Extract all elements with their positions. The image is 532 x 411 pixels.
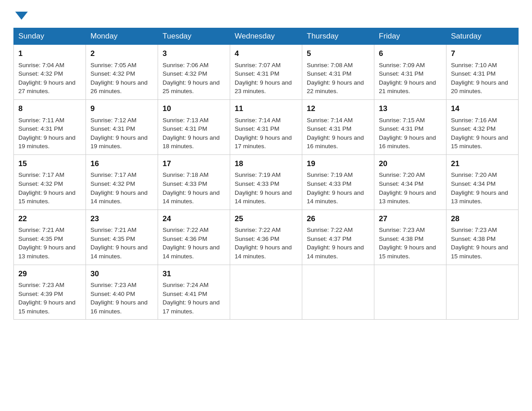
day-sunset: Sunset: 4:33 PM [307, 180, 352, 187]
day-daylight: Daylight: 9 hours and 17 minutes. [235, 134, 292, 150]
page-header [13, 9, 519, 19]
day-number: 23 [90, 214, 153, 225]
day-sunrise: Sunrise: 7:22 AM [163, 227, 209, 233]
day-number: 2 [90, 48, 153, 60]
day-sunrise: Sunrise: 7:08 AM [307, 62, 353, 68]
day-number: 4 [235, 48, 297, 60]
day-cell [446, 265, 519, 320]
day-number: 17 [163, 158, 225, 170]
day-sunrise: Sunrise: 7:06 AM [163, 62, 209, 68]
day-cell: 9Sunrise: 7:12 AMSunset: 4:31 PMDaylight… [86, 99, 158, 154]
day-sunset: Sunset: 4:41 PM [163, 291, 207, 297]
day-daylight: Daylight: 9 hours and 27 minutes. [18, 79, 76, 95]
day-sunrise: Sunrise: 7:24 AM [163, 282, 209, 288]
day-sunset: Sunset: 4:33 PM [235, 180, 279, 187]
day-daylight: Daylight: 9 hours and 13 minutes. [379, 189, 436, 205]
day-sunset: Sunset: 4:35 PM [18, 235, 63, 242]
day-sunset: Sunset: 4:36 PM [163, 235, 207, 242]
day-sunset: Sunset: 4:31 PM [379, 70, 424, 77]
day-daylight: Daylight: 9 hours and 13 minutes. [451, 189, 508, 205]
day-sunset: Sunset: 4:32 PM [18, 70, 63, 77]
day-sunrise: Sunrise: 7:19 AM [307, 171, 353, 178]
day-sunrise: Sunrise: 7:05 AM [90, 62, 137, 68]
day-number: 18 [235, 158, 297, 170]
day-sunrise: Sunrise: 7:21 AM [90, 227, 137, 233]
weekday-header-sunday: Sunday [14, 28, 86, 45]
weekday-header-monday: Monday [86, 28, 158, 45]
day-sunset: Sunset: 4:32 PM [163, 70, 207, 77]
calendar-table: SundayMondayTuesdayWednesdayThursdayFrid… [13, 28, 519, 320]
day-daylight: Daylight: 9 hours and 15 minutes. [18, 189, 76, 205]
day-sunset: Sunset: 4:32 PM [90, 70, 135, 77]
day-number: 13 [379, 103, 442, 115]
day-sunrise: Sunrise: 7:20 AM [451, 171, 497, 178]
day-daylight: Daylight: 9 hours and 21 minutes. [379, 79, 436, 95]
day-number: 28 [451, 214, 514, 225]
day-daylight: Daylight: 9 hours and 18 minutes. [163, 134, 220, 150]
day-sunrise: Sunrise: 7:09 AM [379, 62, 425, 68]
day-number: 25 [235, 214, 297, 225]
day-daylight: Daylight: 9 hours and 23 minutes. [235, 79, 292, 95]
day-sunrise: Sunrise: 7:16 AM [451, 117, 497, 124]
day-cell: 7Sunrise: 7:10 AMSunset: 4:31 PMDaylight… [446, 45, 519, 100]
day-sunrise: Sunrise: 7:17 AM [90, 171, 137, 178]
day-number: 29 [18, 269, 81, 280]
day-number: 19 [307, 158, 369, 170]
day-cell: 11Sunrise: 7:14 AMSunset: 4:31 PMDayligh… [230, 99, 302, 154]
day-sunset: Sunset: 4:31 PM [18, 125, 63, 132]
day-cell: 21Sunrise: 7:20 AMSunset: 4:34 PMDayligh… [446, 154, 519, 210]
day-cell: 24Sunrise: 7:22 AMSunset: 4:36 PMDayligh… [158, 210, 230, 265]
day-number: 9 [90, 103, 153, 115]
day-daylight: Daylight: 9 hours and 15 minutes. [379, 244, 436, 260]
day-number: 12 [307, 103, 369, 115]
week-row-5: 29Sunrise: 7:23 AMSunset: 4:39 PMDayligh… [14, 265, 519, 320]
day-sunset: Sunset: 4:37 PM [307, 235, 352, 242]
day-sunset: Sunset: 4:38 PM [451, 235, 496, 242]
day-number: 22 [18, 214, 81, 225]
day-sunset: Sunset: 4:36 PM [235, 235, 279, 242]
day-sunset: Sunset: 4:33 PM [163, 180, 207, 187]
day-sunset: Sunset: 4:38 PM [379, 235, 424, 242]
day-number: 11 [235, 103, 297, 115]
day-cell: 28Sunrise: 7:23 AMSunset: 4:38 PMDayligh… [446, 210, 519, 265]
day-sunset: Sunset: 4:39 PM [18, 291, 63, 297]
day-cell: 31Sunrise: 7:24 AMSunset: 4:41 PMDayligh… [158, 265, 230, 320]
day-daylight: Daylight: 9 hours and 15 minutes. [18, 299, 76, 315]
day-daylight: Daylight: 9 hours and 14 minutes. [235, 244, 292, 260]
day-cell: 15Sunrise: 7:17 AMSunset: 4:32 PMDayligh… [14, 154, 86, 210]
day-sunset: Sunset: 4:40 PM [90, 291, 135, 297]
day-daylight: Daylight: 9 hours and 15 minutes. [451, 244, 508, 260]
day-number: 10 [163, 103, 225, 115]
day-number: 31 [163, 269, 225, 280]
day-cell [230, 265, 302, 320]
day-sunset: Sunset: 4:32 PM [18, 180, 63, 187]
day-sunset: Sunset: 4:34 PM [379, 180, 424, 187]
day-sunrise: Sunrise: 7:07 AM [235, 62, 281, 68]
day-sunset: Sunset: 4:32 PM [451, 125, 496, 132]
day-sunrise: Sunrise: 7:22 AM [307, 227, 353, 233]
day-sunset: Sunset: 4:31 PM [235, 70, 279, 77]
day-cell: 1Sunrise: 7:04 AMSunset: 4:32 PMDaylight… [14, 45, 86, 100]
day-cell: 19Sunrise: 7:19 AMSunset: 4:33 PMDayligh… [302, 154, 374, 210]
day-daylight: Daylight: 9 hours and 14 minutes. [307, 244, 364, 260]
day-daylight: Daylight: 9 hours and 16 minutes. [379, 134, 436, 150]
day-sunset: Sunset: 4:31 PM [163, 125, 207, 132]
day-cell: 2Sunrise: 7:05 AMSunset: 4:32 PMDaylight… [86, 45, 158, 100]
week-row-1: 1Sunrise: 7:04 AMSunset: 4:32 PMDaylight… [14, 45, 519, 100]
day-cell [374, 265, 446, 320]
day-sunrise: Sunrise: 7:15 AM [379, 117, 425, 124]
day-sunset: Sunset: 4:34 PM [451, 180, 496, 187]
day-number: 24 [163, 214, 225, 225]
day-number: 14 [451, 103, 514, 115]
logo-triangle-icon [15, 12, 28, 20]
day-cell: 16Sunrise: 7:17 AMSunset: 4:32 PMDayligh… [86, 154, 158, 210]
week-row-4: 22Sunrise: 7:21 AMSunset: 4:35 PMDayligh… [14, 210, 519, 265]
day-cell: 14Sunrise: 7:16 AMSunset: 4:32 PMDayligh… [446, 99, 519, 154]
day-cell: 5Sunrise: 7:08 AMSunset: 4:31 PMDaylight… [302, 45, 374, 100]
day-daylight: Daylight: 9 hours and 26 minutes. [90, 79, 148, 95]
day-cell: 10Sunrise: 7:13 AMSunset: 4:31 PMDayligh… [158, 99, 230, 154]
day-sunrise: Sunrise: 7:12 AM [90, 117, 137, 124]
day-cell: 6Sunrise: 7:09 AMSunset: 4:31 PMDaylight… [374, 45, 446, 100]
weekday-header-friday: Friday [374, 28, 446, 45]
day-number: 3 [163, 48, 225, 60]
